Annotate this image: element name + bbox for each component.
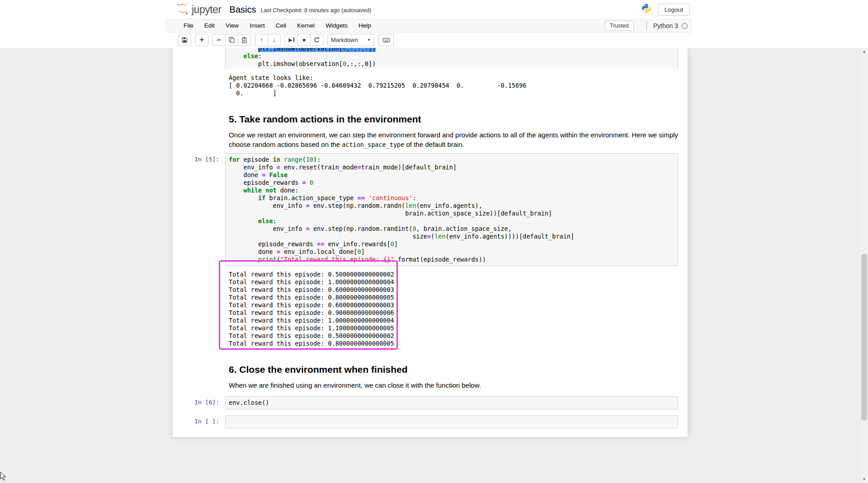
code-cell-empty[interactable]: In [ ]: — [173, 415, 688, 428]
copy-icon — [228, 37, 235, 43]
menu-help[interactable]: Help — [353, 19, 377, 32]
cell-type-value: Markdown — [331, 37, 367, 43]
notebook-title[interactable]: Basics — [230, 5, 256, 15]
scrollbar-down-arrow-icon[interactable]: ▼ — [860, 475, 868, 483]
plus-icon: + — [200, 36, 204, 44]
menu-bar: File Edit View Insert Cell Kernel Widget… — [166, 19, 692, 33]
code-cell-5[interactable]: In [5]: for episode in range(10): env_in… — [173, 153, 688, 266]
menu-widgets[interactable]: Widgets — [320, 19, 353, 32]
divider — [646, 21, 647, 30]
section-5-paragraph[interactable]: Once we restart an environment, we can s… — [229, 130, 678, 150]
menu-view[interactable]: View — [220, 19, 244, 32]
section-6-paragraph[interactable]: When we are finished using an environmen… — [229, 380, 678, 390]
code-cell-partial[interactable]: plt.imshow(observation[0,:,:,:]) else: p… — [173, 48, 688, 69]
scrollbar-thumb[interactable] — [861, 253, 867, 421]
notebook-scroll-area: plt.imshow(observation[0,:,:,:]) else: p… — [0, 48, 860, 483]
cell-prompt: In [ ]: — [173, 415, 225, 428]
paste-cell-button[interactable] — [238, 34, 251, 46]
app-header: jupyter Basics Last Checkpoint: 8 minute… — [0, 0, 868, 48]
paste-icon — [241, 37, 248, 43]
toolbar: + ✂ ↑ — [166, 33, 692, 48]
title-bar: jupyter Basics Last Checkpoint: 8 minute… — [166, 0, 692, 19]
menu-kernel[interactable]: Kernel — [292, 19, 320, 32]
vertical-scrollbar[interactable]: ▲ ▼ — [860, 48, 868, 483]
menu-file[interactable]: File — [178, 19, 199, 32]
paragraph-text: of the default brain. — [404, 141, 464, 148]
jupyter-logo-icon — [176, 2, 189, 17]
cell-prompt: In [5]: — [173, 153, 225, 266]
code-editor[interactable]: for episode in range(10): env_info = env… — [225, 153, 678, 266]
scrollbar-up-arrow-icon[interactable]: ▲ — [860, 48, 868, 56]
add-cell-button[interactable]: + — [195, 34, 208, 46]
scissors-icon: ✂ — [217, 37, 222, 43]
move-cell-down-button[interactable]: ↓ — [268, 34, 281, 46]
save-icon — [181, 37, 188, 43]
menu-edit[interactable]: Edit — [199, 19, 220, 32]
menu-cell[interactable]: Cell — [270, 19, 292, 32]
inline-code: action_space_type — [342, 141, 404, 148]
cell-type-dropdown[interactable]: Markdown ▼ — [327, 34, 374, 46]
interrupt-kernel-button[interactable]: ■ — [297, 34, 311, 46]
reward-output: Total reward this episode: 0.50000000000… — [229, 271, 688, 347]
mouse-cursor-icon — [0, 472, 7, 483]
checkpoint-status: Last Checkpoint: 8 minutes ago (autosave… — [260, 7, 371, 14]
kernel-idle-indicator-icon — [682, 23, 688, 29]
code-editor[interactable]: env.close() — [225, 396, 678, 409]
copy-cell-button[interactable] — [225, 34, 238, 46]
logout-button[interactable]: Logout — [658, 4, 690, 16]
python-logo-icon — [641, 3, 652, 16]
agent-state-output: Agent state looks like: [ 0.02204668 -0.… — [229, 74, 688, 97]
code-cell-6[interactable]: In [6]: env.close() — [173, 396, 688, 409]
cut-cell-button[interactable]: ✂ — [212, 34, 226, 46]
run-icon: ▶ — [288, 37, 292, 43]
cell-prompt — [173, 48, 225, 69]
restart-kernel-button[interactable] — [310, 34, 323, 46]
save-button[interactable] — [178, 34, 191, 46]
code-editor[interactable] — [225, 415, 678, 428]
section-6-heading[interactable]: 6. Close the environment when finished — [229, 364, 688, 375]
stop-icon: ■ — [302, 37, 306, 42]
keyboard-icon — [382, 37, 390, 43]
jupyter-logo-text: jupyter — [192, 4, 222, 16]
menu-insert[interactable]: Insert — [244, 19, 270, 32]
arrow-down-icon: ↓ — [273, 36, 276, 43]
kernel-name: Python 3 — [653, 22, 678, 29]
restart-icon — [313, 37, 320, 43]
command-palette-button[interactable] — [378, 34, 394, 46]
dropdown-arrow-icon: ▼ — [367, 38, 371, 42]
notebook-container: plt.imshow(observation[0,:,:,:]) else: p… — [173, 48, 688, 437]
arrow-up-icon: ↑ — [260, 36, 263, 43]
code-editor[interactable]: plt.imshow(observation[0,:,:,:]) else: p… — [225, 48, 678, 69]
cell-prompt: In [6]: — [173, 396, 225, 409]
trusted-badge[interactable]: Trusted — [605, 21, 634, 31]
section-5-heading[interactable]: 5. Take random actions in the environmen… — [229, 113, 688, 125]
move-cell-up-button[interactable]: ↑ — [255, 34, 268, 46]
run-cell-button[interactable]: ▶ — [285, 34, 298, 46]
jupyter-logo[interactable]: jupyter — [176, 2, 222, 17]
run-icon-bar — [293, 38, 294, 42]
